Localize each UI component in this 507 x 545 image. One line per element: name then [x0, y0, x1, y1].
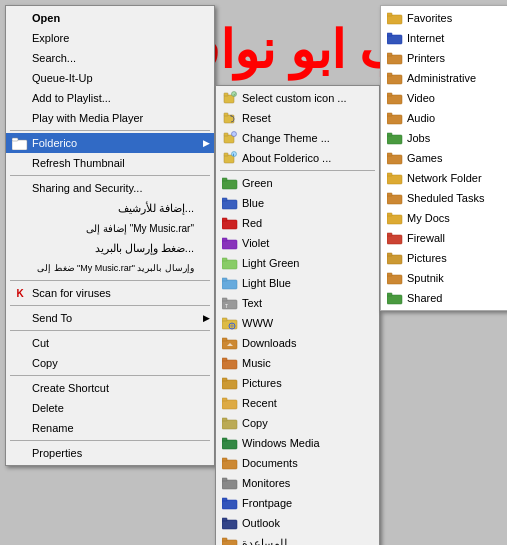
- svg-rect-32: [222, 318, 227, 321]
- color-arabic-help[interactable]: للمساعدة: [216, 533, 379, 545]
- named-printers[interactable]: Printers: [381, 48, 507, 68]
- svg-rect-49: [222, 460, 237, 469]
- menu-item-open[interactable]: Open: [6, 8, 214, 28]
- separator6: [10, 375, 210, 376]
- sub-reset[interactable]: Reset: [216, 108, 379, 128]
- menu-item-add-playlist[interactable]: Add to Playlist...: [6, 88, 214, 108]
- delete-icon: [12, 400, 28, 416]
- menu-item-properties[interactable]: Properties: [6, 443, 214, 463]
- color-light-green[interactable]: Light Green: [216, 253, 379, 273]
- named-games[interactable]: Games: [381, 148, 507, 168]
- menu-item-copy[interactable]: Copy: [6, 353, 214, 373]
- color-green[interactable]: Green: [216, 173, 379, 193]
- menu-item-create-shortcut[interactable]: Create Shortcut: [6, 378, 214, 398]
- color-frontpage[interactable]: Frontpage: [216, 493, 379, 513]
- svg-rect-58: [222, 538, 227, 541]
- svg-rect-68: [387, 73, 392, 76]
- named-video-icon: [387, 92, 403, 105]
- svg-rect-80: [387, 193, 392, 196]
- color-recent[interactable]: Recent: [216, 393, 379, 413]
- named-network-folder[interactable]: Network Folder: [381, 168, 507, 188]
- about-icon: i: [222, 150, 238, 166]
- svg-rect-27: [222, 278, 227, 281]
- light-blue-folder-icon: [222, 277, 238, 290]
- color-outlook[interactable]: Outlook: [216, 513, 379, 533]
- text-folder-icon: T: [222, 297, 238, 310]
- svg-rect-13: [224, 153, 228, 156]
- menu-item-queue[interactable]: Queue-It-Up: [6, 68, 214, 88]
- menu-item-arabic1[interactable]: ...إضافة للأرشيف: [6, 198, 214, 218]
- named-favorites[interactable]: Favorites: [381, 8, 507, 28]
- context-menu-wrapper: Open Explore Search... Queue-It-Up Add t…: [5, 5, 507, 545]
- svg-rect-39: [222, 360, 237, 369]
- color-pictures[interactable]: Pictures: [216, 373, 379, 393]
- color-violet[interactable]: Violet: [216, 233, 379, 253]
- color-text[interactable]: T Text: [216, 293, 379, 313]
- svg-rect-47: [222, 440, 237, 449]
- named-internet[interactable]: Internet: [381, 28, 507, 48]
- color-www[interactable]: WWW: [216, 313, 379, 333]
- named-internet-icon: [387, 32, 403, 45]
- svg-rect-63: [387, 35, 402, 44]
- svg-rect-53: [222, 500, 237, 509]
- svg-rect-10: [224, 133, 228, 136]
- svg-rect-56: [222, 518, 227, 521]
- monitores-folder-icon: [222, 477, 238, 490]
- menu-item-arabic4[interactable]: وإرسال بالبريد "My Music.rar" ضغط إلى: [6, 258, 214, 278]
- svg-rect-1: [12, 138, 18, 141]
- svg-rect-87: [387, 275, 402, 284]
- color-copy[interactable]: Copy: [216, 413, 379, 433]
- menu-item-arabic2[interactable]: "My Music.rar" إضافة إلى: [6, 218, 214, 238]
- named-folders-submenu: Favorites Internet Printers Administrati…: [380, 5, 507, 311]
- svg-rect-50: [222, 458, 227, 461]
- copy-icon: [12, 355, 28, 371]
- color-monitores[interactable]: Monitores: [216, 473, 379, 493]
- named-audio-icon: [387, 112, 403, 125]
- named-audio[interactable]: Audio: [381, 108, 507, 128]
- menu-item-cut[interactable]: Cut: [6, 333, 214, 353]
- sub-select-icon[interactable]: ✓ Select custom icon ...: [216, 88, 379, 108]
- menu-item-send-to[interactable]: Send To ▶: [6, 308, 214, 328]
- pictures-folder-icon: [222, 377, 238, 390]
- color-windows-media[interactable]: Windows Media: [216, 433, 379, 453]
- menu-item-delete[interactable]: Delete: [6, 398, 214, 418]
- menu-item-sharing[interactable]: Sharing and Security...: [6, 178, 214, 198]
- named-shared-icon: [387, 292, 403, 305]
- named-my-docs[interactable]: My Docs: [381, 208, 507, 228]
- color-documents[interactable]: Documents: [216, 453, 379, 473]
- menu-item-arabic3[interactable]: ...ضغط وإرسال بالبريد: [6, 238, 214, 258]
- named-sheduled-tasks[interactable]: Sheduled Tasks: [381, 188, 507, 208]
- separator1: [10, 130, 210, 131]
- menu-item-explore[interactable]: Explore: [6, 28, 214, 48]
- color-music[interactable]: Music: [216, 353, 379, 373]
- named-jobs[interactable]: Jobs: [381, 128, 507, 148]
- named-pictures[interactable]: Pictures: [381, 248, 507, 268]
- named-sputnik[interactable]: Sputnik: [381, 268, 507, 288]
- named-firewall[interactable]: Firewall: [381, 228, 507, 248]
- named-shared[interactable]: Shared: [381, 288, 507, 308]
- scan-icon: K: [12, 285, 28, 301]
- color-blue[interactable]: Blue: [216, 193, 379, 213]
- svg-rect-41: [222, 380, 237, 389]
- downloads-folder-icon: [222, 337, 238, 350]
- menu-item-rename[interactable]: Rename: [6, 418, 214, 438]
- color-light-blue[interactable]: Light Blue: [216, 273, 379, 293]
- named-video[interactable]: Video: [381, 88, 507, 108]
- menu-item-scan[interactable]: K Scan for viruses: [6, 283, 214, 303]
- sub-about[interactable]: i About Folderico ...: [216, 148, 379, 168]
- menu-item-play-media[interactable]: Play with Media Player: [6, 108, 214, 128]
- svg-rect-48: [222, 438, 227, 441]
- color-downloads[interactable]: Downloads: [216, 333, 379, 353]
- svg-rect-44: [222, 398, 227, 401]
- named-network-folder-icon: [387, 172, 403, 185]
- named-my-docs-icon: [387, 212, 403, 225]
- menu-item-refresh-thumbnail[interactable]: Refresh Thumbnail: [6, 153, 214, 173]
- svg-rect-82: [387, 213, 392, 216]
- sub-change-theme[interactable]: Change Theme ...: [216, 128, 379, 148]
- color-red[interactable]: Red: [216, 213, 379, 233]
- menu-item-folderico[interactable]: Folderico ▶: [6, 133, 214, 153]
- svg-rect-70: [387, 93, 392, 96]
- svg-rect-88: [387, 273, 392, 276]
- menu-item-search[interactable]: Search...: [6, 48, 214, 68]
- named-administrative[interactable]: Administrative: [381, 68, 507, 88]
